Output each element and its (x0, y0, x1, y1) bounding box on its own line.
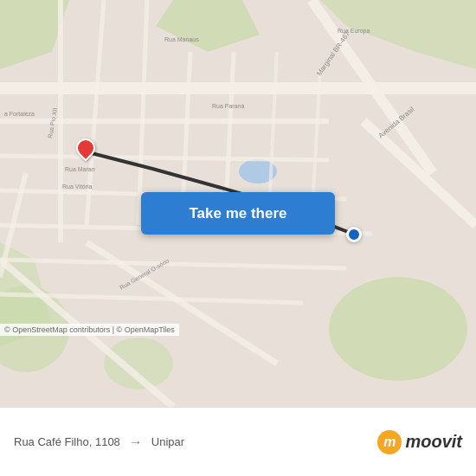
moovit-wordmark: moovit (405, 432, 462, 452)
map-container: Marginal BR-467 Avenida Brasil Rua Europ… (0, 0, 476, 407)
route-to: Unipar (151, 435, 184, 448)
moovit-logo: m moovit (377, 430, 462, 454)
svg-point-4 (329, 277, 467, 381)
map-attribution: © OpenStreetMap contributors | © OpenMap… (0, 324, 179, 336)
route-from: Rua Café Filho, 1108 (14, 435, 120, 448)
origin-pin (76, 138, 95, 158)
svg-text:Rua Vitória: Rua Vitória (62, 183, 93, 190)
svg-text:Rua Manaus: Rua Manaus (164, 36, 199, 42)
take-me-there-button[interactable]: Take me there (141, 192, 335, 235)
svg-text:Rua Paraná: Rua Paraná (212, 103, 244, 109)
take-me-there-label: Take me there (189, 205, 286, 222)
svg-text:a Fortaleza: a Fortaleza (4, 111, 35, 117)
route-arrow: → (129, 434, 143, 450)
svg-text:Rua Europa: Rua Europa (338, 28, 370, 35)
svg-rect-9 (0, 82, 476, 94)
svg-text:Rua Maran: Rua Maran (65, 166, 95, 172)
route-info: Rua Café Filho, 1108 → Unipar (14, 434, 184, 450)
bottom-bar: Rua Café Filho, 1108 → Unipar m moovit (0, 407, 476, 476)
destination-dot (346, 227, 362, 242)
moovit-icon: m (377, 430, 402, 454)
